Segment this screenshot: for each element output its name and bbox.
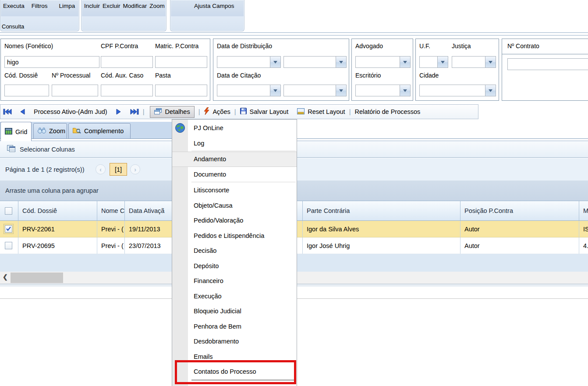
menu-item-deposito[interactable]: Depósito: [172, 259, 297, 274]
dropdown-arrow-icon[interactable]: [485, 85, 496, 96]
cell-matricula: 4.: [579, 237, 588, 254]
data-distribuicao-end-combo[interactable]: [283, 56, 347, 68]
toolbar-separator-line: [0, 32, 588, 35]
data-distribuicao-start-combo[interactable]: [217, 56, 281, 68]
table-icon: [5, 128, 12, 136]
advogado-combo[interactable]: [355, 56, 411, 68]
data-citacao-end-combo[interactable]: [283, 85, 347, 96]
salvar-layout-button[interactable]: Salvar Layout: [240, 108, 289, 116]
annotation-highlight-box: [175, 360, 296, 384]
escritorio-label: Escritório: [355, 72, 381, 79]
num-processual-label: Nº Processual: [52, 72, 90, 79]
last-record-icon[interactable]: [130, 109, 139, 115]
limpa-button[interactable]: Limpa: [59, 3, 75, 9]
scrollbar-thumb[interactable]: [11, 273, 63, 283]
toolbar-separator: |: [143, 108, 145, 115]
uf-combo[interactable]: [419, 56, 448, 68]
salvar-layout-label: Salvar Layout: [250, 108, 289, 115]
dropdown-arrow-icon[interactable]: [400, 85, 410, 96]
toolbar-separator: |: [234, 108, 236, 115]
column-header-matricula[interactable]: M: [579, 201, 588, 220]
dropdown-arrow-icon[interactable]: [485, 57, 496, 67]
row-checkbox-checked[interactable]: [5, 225, 12, 233]
cidade-combo[interactable]: [419, 85, 496, 96]
stacked-windows-icon: [154, 108, 162, 116]
row-checkbox-unchecked[interactable]: [5, 242, 12, 249]
tab-grid[interactable]: Grid: [0, 122, 32, 141]
menu-item-pj-online[interactable]: PJ OnLine: [172, 120, 297, 136]
num-processual-input[interactable]: [52, 85, 98, 96]
current-page-badge[interactable]: [1]: [110, 163, 127, 176]
cpf-input[interactable]: [101, 56, 153, 68]
cod-aux-input[interactable]: [101, 85, 153, 96]
menu-item-pedido-valoracao[interactable]: Pedido/Valoração: [172, 213, 297, 228]
column-header-posicao-pcontra[interactable]: Posição P.Contra: [460, 201, 579, 220]
matricula-label: Matric. P.Contra: [155, 42, 198, 50]
toolbar-group-ajusta: Ajusta Campos: [170, 0, 244, 32]
justica-combo[interactable]: [452, 56, 496, 68]
menu-item-bloqueio-judicial[interactable]: Bloqueio Judicial: [172, 304, 297, 319]
dropdown-arrow-icon[interactable]: [336, 57, 346, 67]
column-header-nome[interactable]: Nome C: [97, 201, 125, 220]
menu-item-penhora-de-bem[interactable]: Penhora de Bem: [172, 319, 297, 334]
incluir-button[interactable]: Incluir: [84, 3, 100, 9]
menu-item-execucao[interactable]: Execução: [172, 289, 297, 304]
menu-item-andamento[interactable]: Andamento: [172, 152, 297, 167]
cell-posicao-pcontra: Autor: [460, 221, 579, 237]
previous-page-button[interactable]: ‹: [96, 164, 106, 174]
select-columns-label: Selecionar Colunas: [20, 146, 75, 153]
num-contrato-input[interactable]: [507, 58, 588, 70]
dropdown-arrow-icon[interactable]: [336, 85, 346, 96]
column-header-cod-dossie[interactable]: Cód. Dossiê: [18, 201, 97, 220]
detalhes-button[interactable]: Detalhes: [150, 106, 194, 118]
modificar-button[interactable]: Modificar: [123, 3, 147, 9]
nomes-input[interactable]: [4, 56, 99, 68]
menu-item-pedidos-litispendencia[interactable]: Pedidos e Litispendência: [172, 228, 297, 244]
dropdown-arrow-icon[interactable]: [270, 57, 280, 67]
relatorio-processos-button[interactable]: Relatório de Processos: [354, 108, 420, 115]
acoes-button[interactable]: Ações: [204, 107, 230, 116]
menu-item-objeto-causa[interactable]: Objeto/Causa: [172, 198, 297, 213]
escritorio-combo[interactable]: [355, 85, 411, 96]
menu-item-desdobramento[interactable]: Desdobramento: [172, 334, 297, 349]
filter-panel-advogado: Advogado Escritório: [351, 39, 413, 101]
dropdown-arrow-icon[interactable]: [400, 57, 410, 67]
menu-item-litisconsorte[interactable]: Litisconsorte: [172, 183, 297, 198]
menu-item-documento[interactable]: Documento: [172, 167, 297, 182]
first-record-icon[interactable]: [3, 109, 12, 115]
filtros-button[interactable]: Filtros: [32, 3, 48, 9]
zoom-button[interactable]: Zoom: [149, 3, 165, 9]
menu-item-log[interactable]: Log: [172, 136, 297, 151]
matricula-input[interactable]: [155, 56, 207, 68]
next-record-icon[interactable]: [116, 109, 121, 115]
menu-item-financeiro[interactable]: Financeiro: [172, 273, 297, 289]
panel-divider: [502, 54, 588, 54]
select-all-checkbox[interactable]: [5, 207, 12, 215]
num-contrato-label: Nº Contrato: [507, 42, 539, 50]
pasta-input[interactable]: [155, 85, 207, 96]
ajusta-campos-button[interactable]: Ajusta Campos: [194, 2, 221, 10]
dropdown-arrow-icon[interactable]: [437, 57, 448, 67]
excluir-button[interactable]: Excluir: [103, 3, 120, 9]
data-citacao-start-combo[interactable]: [217, 85, 281, 96]
reset-layout-button[interactable]: Reset Layout: [297, 108, 345, 116]
table-columns-icon: [7, 145, 16, 154]
tab-complemento[interactable]: Complemento: [68, 123, 131, 139]
tab-zoom[interactable]: Zoom: [33, 123, 67, 139]
toolbar-separator: |: [349, 108, 351, 115]
next-page-button[interactable]: ›: [130, 164, 140, 174]
justica-label: Justiça: [452, 42, 471, 50]
scroll-left-icon[interactable]: ❮: [3, 273, 8, 280]
select-all-header-cell: [0, 201, 18, 220]
tab-complemento-label: Complemento: [84, 127, 124, 135]
record-navigator-toolbar: Processo Ativo-(Adm Jud) | Detalhes | Aç…: [0, 104, 478, 119]
column-header-parte-contraria[interactable]: Parte Contrária: [303, 201, 460, 220]
executa-button[interactable]: Executa: [3, 3, 25, 9]
data-citacao-label: Data de Citação: [217, 72, 261, 79]
cod-dossie-input[interactable]: [4, 85, 49, 96]
previous-record-icon[interactable]: [20, 109, 25, 115]
menu-item-decisao[interactable]: Decisão: [172, 243, 297, 259]
dropdown-arrow-icon[interactable]: [270, 85, 280, 96]
layout-ruler-icon: [297, 108, 305, 116]
filter-panel-contrato: Nº Contrato: [502, 39, 588, 101]
